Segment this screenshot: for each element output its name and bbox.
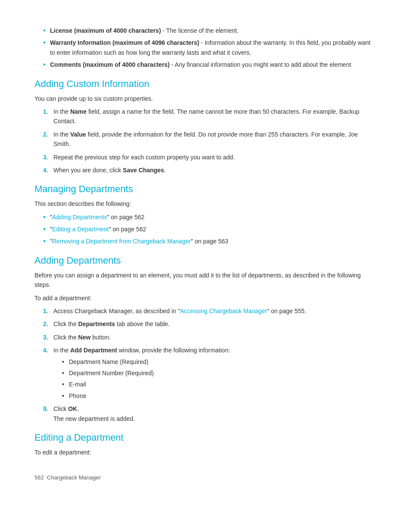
page-footer: 562 Chargeback Manager <box>34 474 377 481</box>
adding-custom-step-4: When you are done, click Save Changes. <box>43 165 377 175</box>
link-removing-department[interactable]: Removing a Department from Chargeback Ma… <box>52 238 191 245</box>
managing-departments-heading: Managing Departments <box>34 184 377 195</box>
section-adding-departments: Adding Departments Before you can assign… <box>34 255 377 423</box>
bullet-warranty: Warranty Information (maximum of 4096 ch… <box>43 38 377 57</box>
bullet-warranty-label: Warranty Information (maximum of 4096 ch… <box>50 39 199 46</box>
adding-dept-step-5: Click OK. The new department is added. <box>43 404 377 423</box>
adding-custom-heading: Adding Custom Information <box>34 78 377 90</box>
adding-dept-step-2: Click the Departments tab above the tabl… <box>43 319 377 329</box>
adding-departments-intro2: To add a department: <box>34 293 377 303</box>
managing-link-2: "Editing a Department" on page 562 <box>43 224 377 234</box>
section-adding-custom: Adding Custom Information You can provid… <box>34 78 377 175</box>
bullet-license-desc: - The license of the element. <box>161 27 239 34</box>
adding-dept-step-4: In the Add Department window, provide th… <box>43 345 377 401</box>
adding-custom-intro: You can provide up to six custom propert… <box>34 94 377 103</box>
bullet-comments-label: Comments (maximum of 4000 characters) <box>50 61 170 68</box>
dept-info-name: Department Name (Required) <box>62 357 377 367</box>
bullet-license-label: License (maximum of 4000 characters) <box>50 27 161 34</box>
section-managing-departments: Managing Departments This section descri… <box>34 184 377 246</box>
adding-departments-heading: Adding Departments <box>34 255 377 266</box>
adding-custom-steps: In the Name field, assign a name for the… <box>43 107 377 175</box>
adding-custom-step-2: In the Value field, provide the informat… <box>43 130 377 149</box>
dept-info-list: Department Name (Required) Department Nu… <box>62 357 377 401</box>
intro-bullet-list: License (maximum of 4000 characters) - T… <box>43 26 377 70</box>
footer-section: Chargeback Manager <box>47 474 101 481</box>
adding-departments-steps: Access Chargeback Manager, as described … <box>43 306 377 423</box>
managing-link-3: "Removing a Department from Chargeback M… <box>43 236 377 246</box>
editing-department-intro: To edit a department: <box>34 448 377 457</box>
editing-department-heading: Editing a Department <box>34 432 377 443</box>
link-accessing-chargeback[interactable]: Accessing Chargeback Manager <box>180 308 267 314</box>
footer-page-number: 562 <box>34 474 44 481</box>
bullet-license: License (maximum of 4000 characters) - T… <box>43 26 377 35</box>
dept-info-email: E-mail <box>62 380 377 389</box>
section-editing-department: Editing a Department To edit a departmen… <box>34 432 377 457</box>
adding-departments-intro1: Before you can assign a department to an… <box>34 271 377 290</box>
dept-info-number: Department Number (Required) <box>62 368 377 378</box>
bullet-comments: Comments (maximum of 4000 characters) - … <box>43 60 377 69</box>
adding-dept-note: The new department is added. <box>53 415 135 422</box>
managing-departments-intro: This section describes the following: <box>34 199 377 208</box>
adding-dept-step-3: Click the New button. <box>43 333 377 342</box>
bullet-comments-desc: - Any financial information you might wa… <box>170 61 351 68</box>
link-editing-department[interactable]: Editing a Department <box>52 226 109 233</box>
adding-dept-step-1: Access Chargeback Manager, as described … <box>43 306 377 316</box>
managing-link-1: "Adding Departments" on page 562 <box>43 212 377 222</box>
adding-custom-step-3: Repeat the previous step for each custom… <box>43 152 377 162</box>
managing-departments-links: "Adding Departments" on page 562 "Editin… <box>43 212 377 246</box>
adding-custom-step-1: In the Name field, assign a name for the… <box>43 107 377 126</box>
dept-info-phone: Phone <box>62 391 377 401</box>
link-adding-departments[interactable]: Adding Departments <box>52 214 107 221</box>
page-container: License (maximum of 4000 characters) - T… <box>0 0 411 507</box>
